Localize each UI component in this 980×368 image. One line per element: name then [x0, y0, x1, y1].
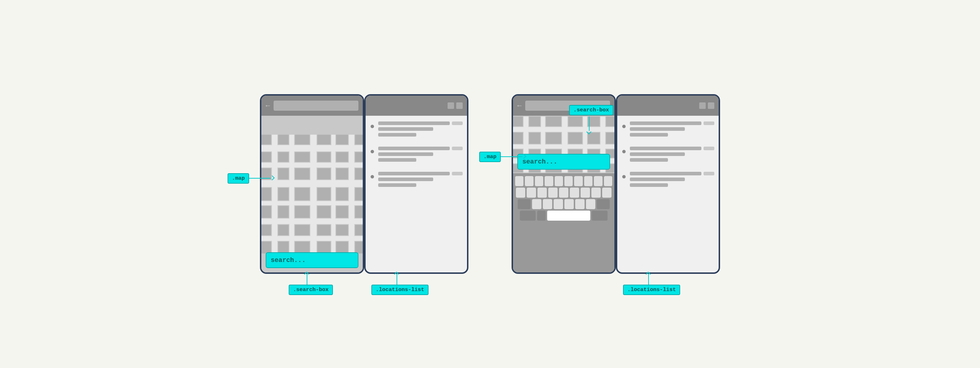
key[interactable] — [535, 176, 543, 186]
key[interactable] — [565, 199, 574, 209]
key[interactable] — [565, 176, 573, 186]
list-item-lines-6 — [630, 172, 714, 187]
svg-rect-39 — [317, 206, 331, 218]
list-item-4[interactable]: ● — [622, 122, 714, 136]
key[interactable] — [575, 199, 585, 209]
map-label-2: .map — [479, 152, 501, 162]
svg-rect-18 — [317, 135, 331, 144]
svg-rect-38 — [295, 206, 310, 218]
keyboard-row-1 — [515, 176, 612, 186]
list-item-lines-2 — [378, 147, 463, 162]
search-box-label-2: .search-box — [569, 105, 613, 115]
search-box-overlay-1[interactable]: search... — [266, 252, 358, 268]
emoji-key[interactable] — [537, 211, 546, 220]
svg-rect-52 — [336, 241, 348, 253]
list-line — [378, 183, 416, 187]
key[interactable] — [584, 176, 592, 186]
svg-rect-50 — [295, 241, 310, 253]
svg-rect-21 — [336, 152, 348, 162]
svg-rect-65 — [546, 116, 561, 126]
list-item-2[interactable]: ● — [370, 147, 463, 162]
numbers-key[interactable] — [520, 211, 536, 220]
list-line — [630, 133, 668, 136]
map-svg — [261, 116, 363, 273]
return-key[interactable] — [592, 211, 608, 220]
list-item-lines-1 — [378, 122, 463, 136]
list-line — [630, 178, 685, 181]
svg-rect-8 — [290, 135, 294, 254]
svg-rect-26 — [295, 168, 310, 179]
key[interactable] — [591, 187, 601, 198]
key[interactable] — [594, 176, 602, 186]
list-header-1 — [366, 95, 467, 116]
list-item-1[interactable]: ● — [370, 122, 463, 136]
list-line — [378, 158, 416, 162]
key[interactable] — [516, 187, 525, 198]
list-line — [378, 172, 450, 175]
header-icon-1 — [447, 102, 454, 109]
key[interactable] — [554, 199, 563, 209]
svg-rect-69 — [513, 133, 523, 144]
key[interactable] — [581, 187, 590, 198]
back-arrow-icon-2[interactable]: ← — [517, 102, 522, 110]
shift-key[interactable] — [518, 199, 531, 209]
key[interactable] — [586, 199, 595, 209]
phone-2-list-1: ● ● — [364, 94, 468, 274]
svg-rect-7 — [272, 135, 278, 254]
list-line — [630, 152, 685, 156]
svg-rect-67 — [588, 116, 600, 126]
search-box-text-2: search... — [522, 158, 557, 165]
delete-key[interactable] — [597, 199, 610, 209]
svg-rect-13 — [278, 135, 289, 144]
key[interactable] — [559, 187, 568, 198]
pin-icon-3: ● — [370, 173, 375, 181]
svg-rect-36 — [261, 206, 271, 218]
list-item-3[interactable]: ● — [370, 172, 463, 187]
list-item-lines-5 — [630, 147, 714, 162]
keyboard-row-3 — [515, 199, 612, 209]
list-header-2 — [617, 95, 719, 116]
search-box-overlay-2[interactable]: search... — [517, 154, 610, 170]
phones-row-2: ← — [512, 94, 720, 274]
list-item-5[interactable]: ● — [622, 147, 714, 162]
svg-rect-72 — [568, 133, 582, 144]
list-item-6[interactable]: ● — [622, 172, 714, 187]
header-icon-3 — [699, 102, 706, 109]
svg-rect-41 — [355, 206, 363, 218]
svg-rect-40 — [336, 206, 348, 218]
key[interactable] — [555, 176, 563, 186]
space-key[interactable] — [547, 211, 590, 220]
list-line-end — [703, 172, 714, 175]
key[interactable] — [525, 176, 533, 186]
key[interactable] — [527, 187, 536, 198]
svg-rect-49 — [278, 241, 289, 253]
svg-rect-74 — [606, 133, 614, 144]
back-arrow-icon[interactable]: ← — [266, 102, 270, 110]
key[interactable] — [574, 176, 582, 186]
list-line — [630, 147, 702, 150]
list-line — [630, 127, 685, 131]
key[interactable] — [548, 187, 558, 198]
svg-rect-34 — [336, 187, 348, 200]
svg-rect-46 — [336, 225, 348, 235]
svg-rect-12 — [261, 135, 271, 144]
phone-1-map: ← — [260, 94, 364, 274]
search-box-label-1: .search-box — [289, 285, 333, 295]
key[interactable] — [545, 176, 553, 186]
list-content-1: ● ● — [366, 116, 467, 273]
svg-rect-10 — [331, 135, 336, 254]
svg-rect-35 — [355, 187, 363, 200]
key[interactable] — [538, 187, 547, 198]
list-line-end — [452, 147, 463, 150]
svg-rect-20 — [336, 135, 348, 144]
list-line-end — [452, 172, 463, 175]
svg-rect-11 — [349, 135, 355, 254]
key[interactable] — [532, 199, 541, 209]
svg-rect-17 — [295, 152, 310, 162]
key[interactable] — [604, 176, 612, 186]
key[interactable] — [543, 199, 552, 209]
key[interactable] — [602, 187, 611, 198]
key[interactable] — [515, 176, 523, 186]
keyboard-area[interactable] — [513, 173, 614, 273]
key[interactable] — [570, 187, 579, 198]
